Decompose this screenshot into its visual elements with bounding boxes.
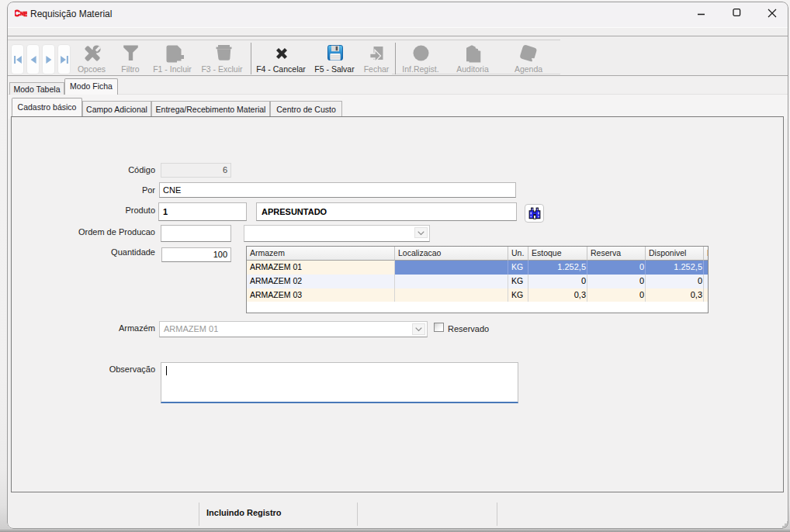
svg-text:E: E bbox=[23, 9, 27, 17]
